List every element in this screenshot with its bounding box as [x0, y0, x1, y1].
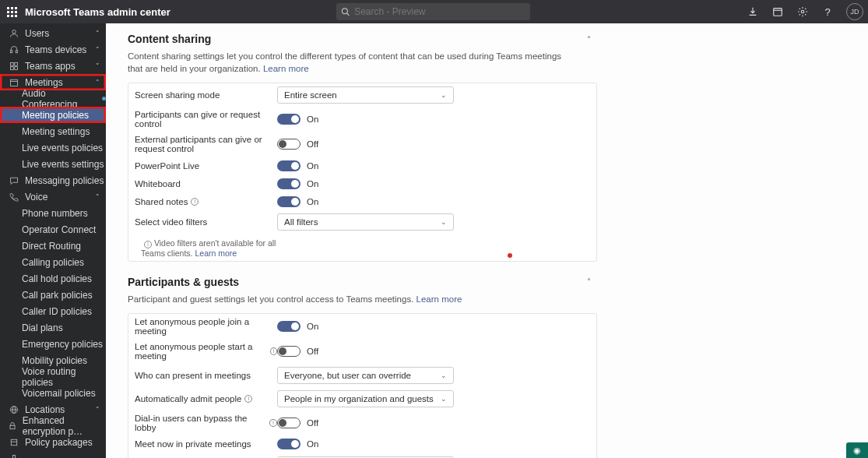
info-icon[interactable]: i	[269, 419, 277, 427]
sidebar-item-voice[interactable]: Voice˄	[0, 188, 106, 205]
sidebar-subitem-live-events-settings[interactable]: Live events settings	[0, 156, 106, 172]
setting-row-meet-now-in-private-meetings: Meet now in private meetingsOn	[128, 435, 596, 453]
select-dropdown[interactable]: People in my organization and guests⌄	[277, 390, 454, 407]
search-input[interactable]	[354, 6, 525, 17]
toggle-switch[interactable]	[277, 321, 300, 332]
chevron-down-icon: ⌄	[441, 395, 447, 403]
learn-more-link[interactable]: Learn more	[195, 248, 237, 258]
headset-icon	[8, 45, 20, 55]
lock-icon	[8, 421, 18, 431]
svg-rect-7	[16, 50, 17, 52]
svg-point-5	[12, 30, 16, 33]
sidebar-subitem-live-events-policies[interactable]: Live events policies	[0, 139, 106, 156]
setting-row-who-can-present-in-meetings: Who can present in meetingsEveryone, but…	[128, 364, 596, 387]
select-dropdown[interactable]: Entire screen⌄	[277, 86, 454, 104]
toggle-switch[interactable]	[277, 196, 300, 207]
toggle-switch[interactable]	[277, 160, 300, 171]
info-icon[interactable]: i	[191, 198, 199, 206]
info-icon: i	[144, 241, 152, 248]
search-icon	[341, 7, 350, 16]
setting-row-live-captions: Live captionsNot enabled but the user ca…	[128, 453, 596, 458]
sidebar-item-teams-devices[interactable]: Teams devices˅	[0, 41, 106, 58]
toggle-switch[interactable]	[277, 439, 300, 449]
sidebar-subitem-dial-plans[interactable]: Dial plans	[0, 319, 106, 336]
toggle-state-label: On	[307, 114, 318, 124]
chevron-down-icon: ⌄	[441, 91, 447, 99]
alert-icon	[8, 454, 20, 459]
sidebar-subitem-voice-routing-policies[interactable]: Voice routing policies	[0, 368, 106, 385]
setting-label: Let anonymous people join a meeting	[135, 317, 277, 336]
sidebar-subitem-direct-routing[interactable]: Direct Routing	[0, 238, 106, 254]
sidebar-subitem-voicemail-policies[interactable]: Voicemail policies	[0, 385, 106, 401]
select-dropdown[interactable]: Everyone, but user can override⌄	[277, 367, 454, 384]
setting-label: Automatically admit peoplei	[135, 394, 277, 403]
section-description: Content sharing settings let you control…	[128, 50, 564, 75]
sidebar-item-teams-apps[interactable]: Teams apps˅	[0, 58, 106, 74]
setting-label: Who can present in meetings	[135, 371, 277, 380]
sidebar: Users˅Teams devices˅Teams apps˅Meetings˄…	[0, 23, 106, 458]
settings-card: Screen sharing modeEntire screen⌄Partici…	[128, 83, 597, 262]
chevron-down-icon: ˅	[96, 30, 100, 37]
section-content_sharing: Content sharing˄Content sharing settings…	[128, 33, 597, 262]
svg-rect-20	[13, 455, 16, 458]
sidebar-subitem-operator-connect[interactable]: Operator Connect	[0, 221, 106, 238]
sidebar-subitem-calling-policies[interactable]: Calling policies	[0, 254, 106, 270]
svg-point-0	[342, 9, 347, 14]
apps-icon	[8, 62, 20, 71]
top-bar: Microsoft Teams admin center ? JD	[0, 0, 868, 23]
sidebar-item-users[interactable]: Users˅	[0, 25, 106, 41]
sidebar-subitem-emergency-policies[interactable]: Emergency policies	[0, 336, 106, 352]
sidebar-item-policy-packages[interactable]: Policy packages	[0, 434, 106, 450]
setting-label: PowerPoint Live	[135, 161, 277, 171]
learn-more-link[interactable]: Learn more	[263, 64, 309, 73]
toggle-state-label: Off	[307, 347, 318, 356]
download-icon[interactable]	[747, 5, 759, 18]
learn-more-link[interactable]: Learn more	[416, 294, 462, 304]
svg-point-4	[801, 10, 804, 13]
chevron-up-icon[interactable]: ˄	[587, 35, 591, 44]
globe-icon	[8, 405, 20, 414]
setting-label: External participants can give or reques…	[135, 135, 277, 153]
section-description: Participant and guest settings let you c…	[128, 293, 564, 305]
toggle-switch[interactable]	[277, 114, 300, 125]
svg-rect-12	[11, 79, 18, 86]
sidebar-item-messaging-policies[interactable]: Messaging policies	[0, 172, 106, 188]
help-fab[interactable]: ◉	[846, 442, 868, 458]
svg-rect-18	[11, 439, 17, 446]
calendar-icon[interactable]	[771, 5, 784, 18]
sidebar-subitem-meeting-policies[interactable]: Meeting policies	[0, 107, 106, 123]
toggle-switch[interactable]	[277, 178, 300, 189]
settings-icon[interactable]	[796, 5, 809, 18]
chevron-up-icon: ˄	[96, 193, 100, 201]
sidebar-item-alert[interactable]	[0, 450, 106, 458]
sidebar-subitem-phone-numbers[interactable]: Phone numbers	[0, 205, 106, 221]
toggle-state-label: On	[307, 439, 318, 449]
sidebar-subitem-audio-conferencing[interactable]: Audio Conferencing	[0, 90, 106, 107]
sidebar-subitem-call-hold-policies[interactable]: Call hold policies	[0, 270, 106, 287]
toggle-state-label: Off	[307, 139, 318, 149]
help-icon[interactable]: ?	[821, 5, 834, 18]
select-dropdown[interactable]: All filters⌄	[277, 213, 454, 231]
sidebar-item-enhanced-encryption-p-[interactable]: Enhanced encryption p…	[0, 417, 106, 434]
search-box[interactable]	[336, 3, 530, 20]
users-icon	[8, 29, 20, 38]
user-avatar[interactable]: JD	[846, 3, 863, 20]
svg-line-1	[347, 13, 350, 16]
setting-label: Meet now in private meetings	[135, 439, 277, 449]
sidebar-subitem-meeting-settings[interactable]: Meeting settings	[0, 123, 106, 139]
toggle-switch[interactable]	[277, 346, 300, 357]
svg-rect-10	[11, 66, 14, 69]
sidebar-subitem-call-park-policies[interactable]: Call park policies	[0, 287, 106, 303]
setting-row-screen-sharing-mode: Screen sharing modeEntire screen⌄	[128, 83, 596, 107]
setting-row-select-video-filters: Select video filtersAll filters⌄	[128, 210, 596, 234]
app-launcher-icon[interactable]	[0, 0, 23, 23]
setting-label: Screen sharing mode	[135, 90, 277, 100]
info-icon[interactable]: i	[270, 347, 277, 355]
toggle-switch[interactable]	[277, 139, 300, 150]
setting-row-dial-in-users-can-bypass-the-lobby: Dial-in users can bypass the lobbyiOff	[128, 410, 596, 435]
sidebar-subitem-caller-id-policies[interactable]: Caller ID policies	[0, 303, 106, 319]
chevron-up-icon[interactable]: ˄	[587, 277, 591, 286]
toggle-switch[interactable]	[277, 417, 300, 428]
svg-rect-9	[15, 62, 18, 65]
info-icon[interactable]: i	[244, 395, 252, 403]
